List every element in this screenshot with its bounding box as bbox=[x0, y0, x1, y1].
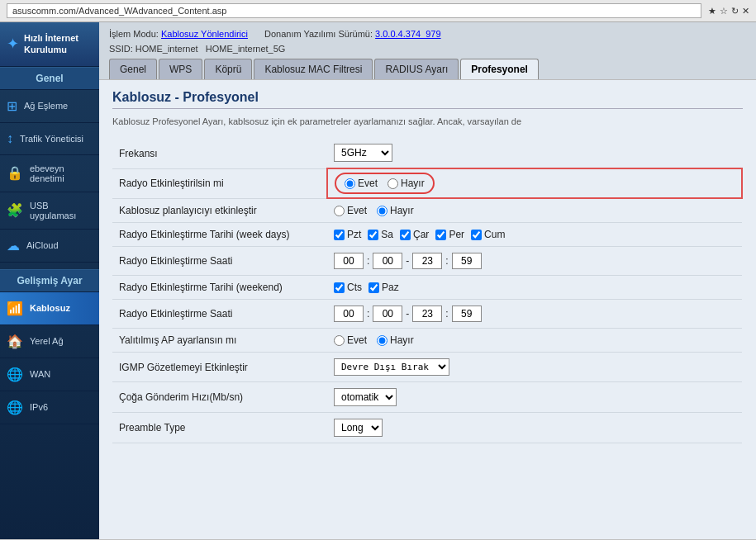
sidebar-section-genel[interactable]: Genel bbox=[0, 67, 99, 90]
row-label-radyo-saat-hafta: Radyo Etkinleştirme Saati bbox=[112, 247, 327, 276]
car-checkbox[interactable] bbox=[400, 230, 411, 240]
tab-profesyonel[interactable]: Profesyonel bbox=[460, 59, 539, 79]
mode-value[interactable]: Kablosuz Yönlendirici bbox=[161, 29, 248, 39]
radyo-saat-hafta-end-hh[interactable] bbox=[412, 253, 442, 269]
table-row-igmp: IGMP Gözetlemeyi Etkinleştir Devre Dışı … bbox=[112, 353, 742, 382]
tab-wps[interactable]: WPS bbox=[159, 59, 202, 79]
tab-kopru[interactable]: Köprü bbox=[204, 59, 252, 79]
frekans-select[interactable]: 5GHz 2.4GHz bbox=[334, 144, 392, 162]
radyo-saat-hafta-end-mm[interactable] bbox=[452, 253, 482, 269]
sidebar-item-wan[interactable]: 🌐 WAN bbox=[0, 358, 99, 391]
radyo-evet-text: Evet bbox=[358, 178, 378, 189]
yalitilmis-evet-radio[interactable] bbox=[334, 335, 345, 346]
sa-checkbox[interactable] bbox=[368, 230, 378, 240]
sidebar-logo[interactable]: ✦ Hızlı İnternet Kurulumu bbox=[0, 22, 99, 67]
planlayici-hayir-label[interactable]: Hayır bbox=[377, 205, 414, 216]
radyo-saat-hafta-start-hh[interactable] bbox=[334, 253, 364, 269]
firmware-value[interactable]: 3.0.0.4.374_979 bbox=[375, 29, 441, 39]
row-value-igmp: Devre Dışı Bırak Etkinleştir bbox=[327, 353, 742, 382]
cts-text: Cts bbox=[347, 282, 362, 293]
radyo-evet-label[interactable]: Evet bbox=[345, 178, 378, 189]
radyo-etkin-radio-group: Evet Hayır bbox=[335, 173, 435, 194]
sidebar-item-ebeveyn[interactable]: 🔒 ebeveyn denetimi bbox=[0, 155, 99, 192]
tab-genel[interactable]: Genel bbox=[109, 59, 157, 79]
radyo-saat-weekend-end-hh[interactable] bbox=[412, 306, 442, 322]
usb-icon: 🧩 bbox=[7, 202, 23, 218]
cts-checkbox[interactable] bbox=[334, 282, 345, 293]
globe2-icon: 🌐 bbox=[7, 400, 23, 415]
igmp-select[interactable]: Devre Dışı Bırak Etkinleştir bbox=[334, 358, 449, 376]
planlayici-hayir-radio[interactable] bbox=[377, 206, 388, 216]
radyo-evet-radio[interactable] bbox=[345, 178, 355, 189]
mode-info: İşlem Modu: Kablosuz Yönlendirici bbox=[109, 29, 248, 39]
cloud-icon: ☁ bbox=[7, 238, 20, 253]
tab-mac[interactable]: Kablosuz MAC Filtresi bbox=[254, 59, 373, 79]
table-row-radyo-saat-hafta: Radyo Etkinleştirme Saati : - : bbox=[112, 247, 742, 276]
browser-url[interactable]: asuscomm.com/Advanced_WAdvanced_Content.… bbox=[7, 3, 701, 18]
tab-bar: Genel WPS Köprü Kablosuz MAC Filtresi RA… bbox=[109, 59, 746, 79]
table-row-yalitilmis: Yalıtılmış AP ayarlansın mı Evet Hayır bbox=[112, 329, 742, 353]
sidebar-item-ag-esleme[interactable]: ⊞ Ağ Eşleme bbox=[0, 90, 99, 123]
star-icon[interactable]: ★ bbox=[708, 6, 716, 17]
yalitilmis-hayir-radio[interactable] bbox=[377, 335, 388, 346]
paz-text: Paz bbox=[382, 282, 399, 293]
sidebar-section-advanced[interactable]: Gelişmiş Ayar bbox=[0, 269, 99, 292]
sidebar-item-label: Yerel Ağ bbox=[30, 336, 64, 346]
radyo-saat-weekend-inputs: : - : bbox=[334, 306, 735, 322]
sidebar-item-yerel-ag[interactable]: 🏠 Yerel Ağ bbox=[0, 325, 99, 358]
yalitilmis-evet-label[interactable]: Evet bbox=[334, 334, 367, 346]
sidebar-item-trafik[interactable]: ↕ Trafik Yöneticisi bbox=[0, 123, 99, 155]
car-label[interactable]: Çar bbox=[400, 229, 429, 240]
row-label-radyo-saat-weekend: Radyo Etkinleştirme Saati bbox=[112, 300, 327, 329]
home-icon: 🏠 bbox=[7, 334, 23, 349]
radyo-saat-weekend-end-mm[interactable] bbox=[452, 306, 482, 322]
colon-4: : bbox=[445, 308, 448, 320]
ssid-5[interactable]: HOME_internet_5G bbox=[206, 44, 286, 54]
ssid-label: SSID: bbox=[109, 44, 133, 54]
refresh-icon[interactable]: ↻ bbox=[731, 6, 739, 17]
preamble-select[interactable]: Long Short bbox=[334, 419, 383, 437]
sidebar-item-label: ebeveyn denetimi bbox=[30, 163, 93, 183]
coga-select[interactable]: otomatik 1 2 5.5 11 bbox=[334, 388, 397, 406]
planlayici-evet-radio[interactable] bbox=[334, 206, 345, 216]
freq-select-group: 5GHz 2.4GHz bbox=[334, 144, 735, 162]
radyo-saat-hafta-start-mm[interactable] bbox=[373, 253, 402, 269]
tab-radius[interactable]: RADIUS Ayarı bbox=[374, 59, 459, 79]
globe-icon: 🌐 bbox=[7, 367, 23, 382]
per-checkbox[interactable] bbox=[435, 230, 446, 240]
sidebar-item-kablosuz[interactable]: 📶 Kablosuz bbox=[0, 292, 99, 325]
cum-label[interactable]: Cum bbox=[471, 229, 505, 240]
yalitilmis-hayir-label[interactable]: Hayır bbox=[377, 334, 414, 346]
pzt-label[interactable]: Pzt bbox=[334, 229, 361, 240]
sa-label[interactable]: Sa bbox=[368, 229, 393, 240]
yalitilmis-evet-text: Evet bbox=[347, 334, 367, 346]
sidebar-item-label: Trafik Yöneticisi bbox=[20, 134, 83, 144]
content-area: İşlem Modu: Kablosuz Yönlendirici Donanı… bbox=[99, 22, 756, 539]
main-container: ✦ Hızlı İnternet Kurulumu Genel ⊞ Ağ Eşl… bbox=[0, 22, 756, 539]
cum-checkbox[interactable] bbox=[471, 230, 482, 240]
close-icon[interactable]: ✕ bbox=[742, 6, 749, 17]
sidebar-item-aicloud[interactable]: ☁ AiCloud bbox=[0, 230, 99, 263]
sidebar-item-ipv6[interactable]: 🌐 IPv6 bbox=[0, 391, 99, 424]
star-outline-icon[interactable]: ☆ bbox=[720, 6, 728, 17]
cts-label[interactable]: Cts bbox=[334, 282, 362, 293]
pzt-checkbox[interactable] bbox=[334, 230, 345, 240]
per-label[interactable]: Per bbox=[435, 229, 464, 240]
radyo-saat-weekend-start-hh[interactable] bbox=[334, 306, 364, 322]
row-value-radyo-saat-hafta: : - : bbox=[327, 247, 742, 276]
colon-1: : bbox=[367, 255, 369, 267]
radyo-hayir-radio[interactable] bbox=[388, 178, 398, 189]
table-row-radyo-tarih-hafta: Radyo Etkinleştirme Tarihi (week days) P… bbox=[112, 223, 742, 247]
row-label-frekans: Frekansı bbox=[112, 138, 327, 168]
sidebar-item-usb[interactable]: 🧩 USB uygulaması bbox=[0, 192, 99, 230]
planlayici-evet-label[interactable]: Evet bbox=[334, 205, 367, 216]
paz-checkbox[interactable] bbox=[368, 282, 379, 293]
settings-table: Frekansı 5GHz 2.4GHz Radyo E bbox=[112, 138, 743, 443]
table-row-radyo-etkin: Radyo Etkinleştirilsin mi Evet Hayır bbox=[112, 168, 742, 198]
paz-label[interactable]: Paz bbox=[368, 282, 399, 293]
lock-icon: 🔒 bbox=[7, 165, 23, 181]
radyo-saat-weekend-start-mm[interactable] bbox=[373, 306, 402, 322]
ssid-24[interactable]: HOME_internet bbox=[136, 44, 198, 54]
radyo-hayir-label[interactable]: Hayır bbox=[388, 178, 425, 189]
header-info: İşlem Modu: Kablosuz Yönlendirici Donanı… bbox=[109, 29, 746, 39]
